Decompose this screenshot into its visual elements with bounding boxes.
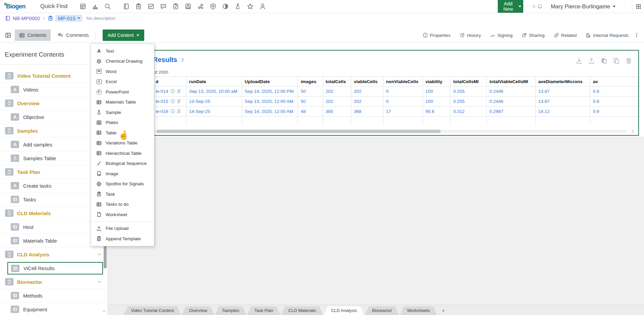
cell-value[interactable]: 100	[423, 97, 450, 107]
search-icon[interactable]	[104, 3, 111, 10]
scroll-right-icon[interactable]	[631, 129, 635, 133]
table-row[interactable]: le-01614-Sep-25Sep 14, 2025, 12:00 AM483…	[125, 107, 638, 117]
cell-value[interactable]: 13.87	[535, 97, 590, 107]
menu-item-chemical-drawing[interactable]: Chemical Drawing	[91, 56, 154, 67]
column-header-viablecells[interactable]: viableCells	[351, 77, 383, 86]
cell-value[interactable]: 368	[351, 107, 383, 117]
tasks-icon[interactable]	[172, 3, 179, 10]
tab-contents[interactable]: Contents	[15, 29, 51, 41]
menu-item-append-template[interactable]: Append Template	[91, 234, 154, 244]
cell-value[interactable]: 0	[383, 97, 423, 107]
menu-item-worksheet[interactable]: Worksheet	[91, 209, 154, 220]
toolbar-history[interactable]: History	[460, 33, 481, 38]
toolbar-internal-requests[interactable]: Internal Requests	[586, 33, 629, 38]
menu-item-plates[interactable]: Plates	[91, 118, 154, 128]
menu-item-biological-sequence[interactable]: Biological Sequence	[91, 159, 154, 169]
cell-value[interactable]: 0.255	[450, 97, 487, 107]
bottom-tab-overview[interactable]: Overview	[182, 306, 214, 315]
user-menu[interactable]: Mary Pierce-Burlingame	[551, 0, 615, 13]
cell-value[interactable]: 385	[323, 107, 351, 117]
toolbar-properties[interactable]: Properties	[423, 33, 451, 38]
menu-item-spotfire-for-signals[interactable]: Spotfire for Signals	[91, 179, 154, 189]
column-header-rundate[interactable]: runDate	[186, 77, 242, 86]
results-title[interactable]: Results	[153, 56, 177, 64]
empty-row[interactable]	[125, 117, 638, 126]
menu-item-text[interactable]: AText	[91, 46, 154, 56]
tab-comments[interactable]: Comments	[55, 29, 92, 41]
cell-value[interactable]: 202	[351, 86, 383, 97]
cell-value[interactable]: 14-Sep-25	[186, 107, 242, 117]
column-header-viability[interactable]: viability	[423, 77, 450, 86]
breadcrumb-experiment[interactable]: MP-015	[55, 15, 83, 22]
cell-value[interactable]: 202	[323, 86, 351, 97]
bottom-tab-video-tutorial-content[interactable]: Video Tutorial Content	[124, 306, 181, 315]
bottom-tab-cld-analysis[interactable]: CLD Analysis	[324, 306, 364, 315]
menu-item-file-upload[interactable]: File Upload	[91, 224, 154, 234]
cell-value[interactable]: 0.6	[590, 97, 638, 107]
menu-item-image[interactable]: Image	[91, 169, 154, 179]
cell-value[interactable]: 0	[383, 86, 423, 97]
copy-icon[interactable]	[613, 57, 620, 64]
cell-value[interactable]: 0.2446	[487, 86, 536, 97]
line-chart-icon[interactable]	[148, 3, 154, 10]
menu-item-hierarchical-table[interactable]: Hierarchical Table	[91, 148, 154, 159]
column-header-totalcellsmi[interactable]: totalCellsMI	[450, 77, 487, 86]
chevron-down-icon[interactable]	[97, 252, 102, 257]
shield-icon[interactable]	[210, 3, 216, 10]
results-table[interactable]: drunDateUploadDateimagestotalCellsviable…	[125, 76, 638, 125]
cell-value[interactable]: Sep 13, 2025, 12:00 AM	[242, 97, 298, 107]
collapse-panel-icon[interactable]	[5, 32, 11, 39]
app-grid-button[interactable]	[632, 0, 644, 13]
breadcrumb-notebook[interactable]: NB-MP0002	[13, 15, 40, 21]
panel-title[interactable]: Results	[153, 56, 185, 64]
calculator-icon[interactable]	[79, 3, 86, 10]
bottom-tab-task-plan[interactable]: Task Plan	[247, 306, 280, 315]
sidebar-item-bioreactor[interactable]: Bioreactor	[0, 275, 107, 289]
experiment-description[interactable]: No description	[87, 16, 115, 21]
toolbar-related[interactable]: Related	[554, 33, 577, 38]
cell-value[interactable]: 0.255	[450, 86, 487, 97]
kebab-menu-icon[interactable]	[634, 33, 639, 38]
toolbar-sharing[interactable]: Sharing	[522, 33, 545, 38]
menu-item-excel[interactable]: XExcel	[91, 77, 154, 87]
cell-value[interactable]: 48	[298, 107, 323, 117]
cell-value[interactable]: 50	[298, 86, 323, 97]
sidebar-item-vicell-results[interactable]: ViCell Results	[7, 262, 103, 274]
bottom-tab-cld-materials[interactable]: CLD Materials	[281, 306, 323, 315]
toolbar-signing[interactable]: Signing	[490, 33, 513, 38]
cell-value[interactable]: Sep 13, 2025, 10:00 aM	[186, 86, 242, 97]
add-content-button[interactable]: Add Content	[103, 29, 144, 41]
cell-value[interactable]: 0.6	[590, 107, 638, 117]
menu-item-word[interactable]: WWord	[91, 66, 154, 77]
menu-item-tasks-to-do[interactable]: Tasks to do	[91, 199, 154, 210]
bottom-tab-worksheets[interactable]: Worksheets	[400, 306, 437, 315]
download-icon[interactable]	[576, 57, 583, 64]
horizontal-scrollbar-thumb[interactable]	[157, 130, 441, 133]
sample-image-icon[interactable]	[185, 3, 192, 10]
column-header-uploaddate[interactable]: UploadDate	[242, 77, 298, 86]
cell-value[interactable]: Sep 14, 2025, 12:00 PM	[242, 86, 298, 97]
unlink-icon[interactable]	[176, 99, 181, 104]
column-header-totalcells[interactable]: totalCells	[323, 77, 351, 86]
upload-icon[interactable]	[588, 57, 595, 64]
chat-icon[interactable]	[160, 3, 167, 10]
sidebar-item-equipment[interactable]: Equipment	[0, 303, 107, 315]
protocol-icon[interactable]	[135, 3, 142, 10]
cell-value[interactable]: 13-Sep-25	[186, 97, 242, 107]
menu-item-task[interactable]: Task	[91, 189, 154, 199]
add-new-button[interactable]: Add New	[498, 0, 523, 13]
flask-icon[interactable]	[234, 3, 241, 10]
molecule-icon[interactable]	[197, 3, 204, 10]
unlink-icon[interactable]	[176, 89, 181, 93]
column-header-images[interactable]: images	[298, 77, 323, 86]
menu-item-sample[interactable]: Sample	[91, 107, 154, 118]
sidebar-item-cld-analysis[interactable]: CLD Analysis	[0, 248, 107, 261]
menu-item-powerpoint[interactable]: PPowerPoint	[91, 87, 154, 97]
bottom-tab-samples[interactable]: Samples	[215, 306, 247, 315]
info-icon[interactable]	[170, 89, 175, 93]
cell-value[interactable]: 100	[423, 86, 450, 97]
scroll-down-icon[interactable]	[102, 309, 106, 313]
cell-value[interactable]: 0.2446	[487, 97, 536, 107]
table-row[interactable]: le-014Sep 13, 2025, 10:00 aMSep 14, 2025…	[125, 86, 638, 97]
column-header-avediametermicrons[interactable]: aveDiameterMicrons	[535, 77, 590, 86]
